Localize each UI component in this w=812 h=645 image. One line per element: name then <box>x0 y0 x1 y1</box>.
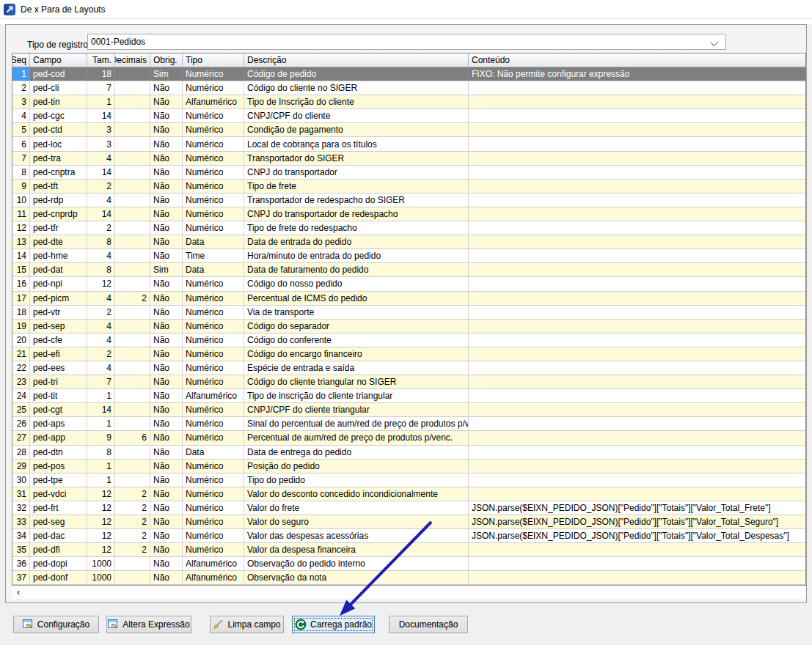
cell-obrig: Não <box>150 109 183 122</box>
table-row[interactable]: 26ped-aps1NãoNuméricoSinal do percentual… <box>12 417 805 431</box>
table-row[interactable]: 19ped-sep4NãoNuméricoCódigo do separador <box>12 320 805 333</box>
cell-decimais <box>115 571 150 584</box>
cell-descricao: CNPJ do transportador <box>244 166 469 179</box>
table-row[interactable]: 6ped-loc3NãoNuméricoLocal de cobrança pa… <box>12 137 805 151</box>
cell-tipo: Numérico <box>183 221 244 235</box>
table-row[interactable]: 24ped-tit1NãoAlfanuméricoTipo de inscriç… <box>12 389 805 403</box>
table-row[interactable]: 14ped-hme4NãoTimeHora/minuto de entrada … <box>12 249 805 263</box>
column-header-seq[interactable]: Seq <box>12 54 30 67</box>
cell-descricao: Posição do pedido <box>244 460 469 473</box>
scroll-left-icon[interactable]: ‹ <box>17 587 20 597</box>
table-row[interactable]: 3ped-tin1NãoAlfanuméricoTipo de Inscriçã… <box>12 95 805 109</box>
cell-decimais <box>115 361 150 375</box>
cell-campo: ped-tfr <box>30 221 87 235</box>
altera-expressao-button[interactable]: Altera Expressão <box>106 616 191 633</box>
cell-obrig: Não <box>150 361 183 375</box>
cell-decimais <box>115 207 150 221</box>
table-row[interactable]: 29ped-pos1NãoNuméricoPosição do pedido <box>12 460 805 473</box>
table-row[interactable]: 15ped-dat8SimDataData de faturamento do … <box>12 263 805 277</box>
cell-tam: 8 <box>87 235 115 248</box>
column-header-campo[interactable]: Campo <box>30 54 87 67</box>
table-row[interactable]: 31ped-vdci122NãoNuméricoValor do descont… <box>12 487 805 501</box>
table-row[interactable]: 21ped-efi2NãoNuméricoCódigo do encargo f… <box>12 347 805 361</box>
table-row[interactable]: 4ped-cgc14NãoNuméricoCNPJ/CPF do cliente <box>12 109 805 123</box>
cell-seq: 35 <box>12 543 30 556</box>
table-row[interactable]: 20ped-cfe4NãoNuméricoCódigo do conferent… <box>12 333 805 347</box>
table-row[interactable]: 32ped-frt122NãoNuméricoValor do freteJSO… <box>12 501 805 515</box>
limpa-campo-button[interactable]: Limpa campo <box>210 616 284 633</box>
cell-decimais <box>115 81 150 95</box>
configuracao-button[interactable]: Configuração <box>13 616 99 633</box>
cell-obrig: Não <box>150 235 183 248</box>
table-row[interactable]: 37ped-donf1000NãoAlfanuméricoObservação … <box>12 571 805 585</box>
tipo-registro-select[interactable]: 0001-Pedidos <box>87 34 726 50</box>
table-row[interactable]: 12ped-tfr2NãoNuméricoTipo de frete do re… <box>12 221 805 235</box>
cell-obrig: Não <box>150 389 183 402</box>
cell-tam: 12 <box>87 515 115 528</box>
table-row[interactable]: 1ped-cod18SimNuméricoCódigo de pedidoFIX… <box>12 67 805 81</box>
cell-tipo: Numérico <box>183 529 244 542</box>
column-header-descricao[interactable]: Descrição <box>244 54 469 67</box>
cell-obrig: Não <box>150 221 183 235</box>
table-row[interactable]: 28ped-dtn8NãoDataData de entrega do pedi… <box>12 446 805 460</box>
table-row[interactable]: 2ped-cli7NãoNuméricoCódigo do cliente no… <box>12 81 805 95</box>
table-row[interactable]: 17ped-picm42NãoNuméricoPercentual de ICM… <box>12 292 805 306</box>
cell-seq: 20 <box>12 333 30 347</box>
table-row[interactable]: 11ped-cnprdp14NãoNuméricoCNPJ do transpo… <box>12 207 805 221</box>
table-row[interactable]: 22ped-ees4NãoNuméricoEspécie de entrada … <box>12 361 805 375</box>
form-hand-icon <box>108 619 119 630</box>
table-row[interactable]: 8ped-cnptra14NãoNuméricoCNPJ do transpor… <box>12 166 805 180</box>
cell-campo: ped-ctd <box>30 123 87 136</box>
table-row[interactable]: 13ped-dte8NãoDataData de entrada do pedi… <box>12 235 805 249</box>
cell-descricao: Código do encargo financeiro <box>244 347 469 361</box>
cell-tam: 1000 <box>87 557 115 570</box>
cell-descricao: Local de cobrança para os títulos <box>244 137 469 150</box>
cell-conteudo <box>469 557 805 570</box>
column-header-decimais[interactable]: Decimais <box>115 54 150 67</box>
cell-tam: 12 <box>87 487 115 501</box>
cell-seq: 31 <box>12 487 30 501</box>
table-row[interactable]: 9ped-tft2NãoNuméricoTipo de frete <box>12 180 805 194</box>
table-row[interactable]: 10ped-rdp4NãoNuméricoTransportador de re… <box>12 194 805 207</box>
cell-seq: 21 <box>12 347 30 361</box>
tipo-registro-label: Tipo de registro <box>27 37 88 52</box>
column-header-obrig[interactable]: Obrig. <box>150 54 183 67</box>
cell-tipo: Numérico <box>183 292 244 305</box>
carrega-padrao-button[interactable]: Carrega padrão <box>292 616 375 633</box>
cell-conteudo <box>469 263 805 276</box>
cell-decimais <box>115 263 150 276</box>
column-header-tipo[interactable]: Tipo <box>183 54 244 67</box>
table-row[interactable]: 16ped-npi12NãoNuméricoCódigo do nosso pe… <box>12 277 805 291</box>
cell-conteudo <box>469 487 805 501</box>
table-row[interactable]: 5ped-ctd3NãoNuméricoCondição de pagament… <box>12 123 805 137</box>
table-row[interactable]: 33ped-seg122NãoNuméricoValor do seguroJS… <box>12 515 805 529</box>
cell-descricao: Via de transporte <box>244 306 469 319</box>
button-label: Altera Expressão <box>122 619 189 630</box>
table-row[interactable]: 27ped-app96NãoNuméricoPercentual de aum/… <box>12 431 805 445</box>
divider <box>0 18 812 19</box>
cell-tipo: Numérico <box>183 306 244 319</box>
cell-tipo: Numérico <box>183 543 244 556</box>
cell-decimais: 2 <box>115 529 150 542</box>
cell-conteudo <box>469 249 805 262</box>
table-row[interactable]: 7ped-tra4NãoNuméricoTransportador do SIG… <box>12 152 805 166</box>
cell-conteudo <box>469 389 805 402</box>
table-row[interactable]: 18ped-vtr2NãoNuméricoVia de transporte <box>12 306 805 320</box>
horizontal-scrollbar[interactable]: ‹ <box>12 586 806 599</box>
column-header-tam[interactable]: Tam. <box>87 54 115 67</box>
documentacao-button[interactable]: Documentação <box>389 616 468 633</box>
broom-icon <box>213 619 224 630</box>
cell-tipo: Alfanumérico <box>183 571 244 584</box>
cell-obrig: Não <box>150 152 183 165</box>
table-row[interactable]: 36ped-dopi1000NãoAlfanuméricoObservação … <box>12 557 805 571</box>
cell-campo: ped-dopi <box>30 557 87 570</box>
cell-tipo: Data <box>183 263 244 276</box>
table-row[interactable]: 25ped-cgt14NãoNuméricoCNPJ/CPF do client… <box>12 403 805 417</box>
column-header-conteudo[interactable]: Conteúdo <box>469 54 805 67</box>
cell-conteudo: JSON.parse($EIXN_PEDIDO_JSON)["Pedido"][… <box>469 501 805 515</box>
table-row[interactable]: 35ped-dfi122NãoNuméricoValor da despesa … <box>12 543 805 557</box>
table-row[interactable]: 34ped-dac122NãoNuméricoValor das despesa… <box>12 529 805 543</box>
table-row[interactable]: 30ped-tpe1NãoNuméricoTipo do pedido <box>12 473 805 487</box>
chevron-down-icon[interactable] <box>712 39 718 45</box>
table-row[interactable]: 23ped-tri7NãoNuméricoCódigo do cliente t… <box>12 375 805 389</box>
